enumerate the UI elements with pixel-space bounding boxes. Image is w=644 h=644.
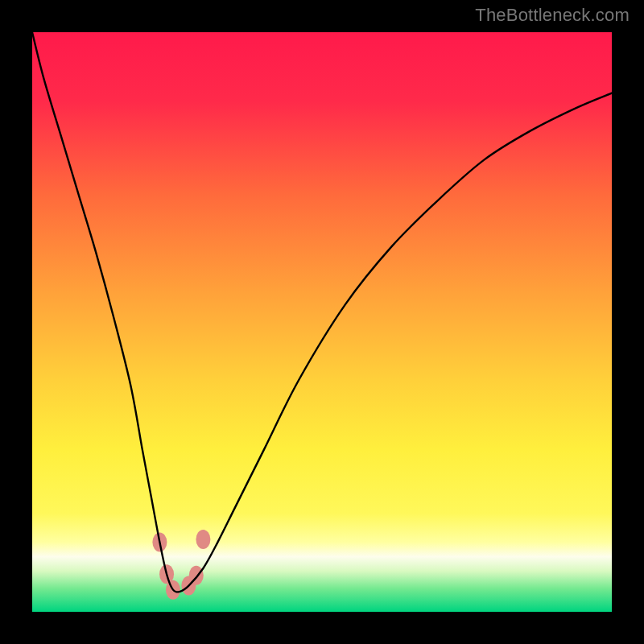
curve-layer: [32, 32, 612, 612]
watermark-text: TheBottleneck.com: [475, 5, 630, 26]
chart-frame: TheBottleneck.com: [0, 0, 644, 644]
plot-area: [32, 32, 612, 612]
markers-group: [152, 530, 210, 600]
trough-marker: [196, 530, 210, 549]
bottleneck-curve: [32, 32, 612, 592]
